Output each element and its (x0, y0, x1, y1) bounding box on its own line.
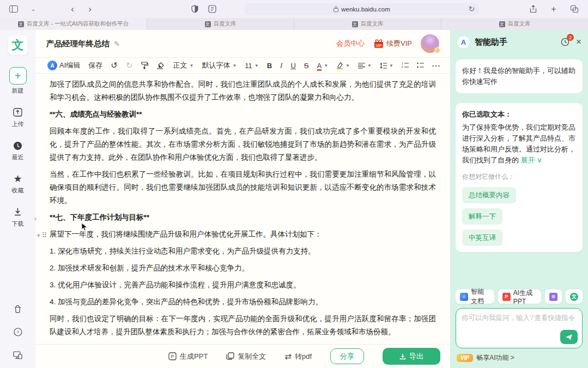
ai-edit-button[interactable]: AAI编辑 (47, 61, 80, 70)
history-button[interactable]: 2 (561, 38, 569, 46)
download-icon (13, 207, 23, 218)
font-family-select[interactable]: 默认字体▼ (202, 61, 237, 70)
doc-paragraph: 我们将继续努力，不断提升产品质量和用户体验，为用户带来更好的产品和服务。 (50, 342, 436, 344)
svg-text:?: ? (16, 330, 19, 335)
close-icon[interactable]: × (576, 37, 581, 47)
gift-icon: VIP (373, 39, 384, 49)
document-header: 产品经理年终总结 ✎ 会员中心 VIP 续费VIP (35, 30, 450, 57)
export-button[interactable]: 导出 (383, 348, 440, 365)
sidebar-toggle-icon[interactable] (8, 3, 20, 15)
chevron-down-icon[interactable]: ⌄ (27, 3, 39, 15)
browser-tab-3[interactable]: 文百度文库 (294, 18, 441, 30)
document-content[interactable]: 加强了团队成员之间的信息共享和协作配合。同时，我们也注重团队成员的个人成长和发展… (35, 74, 450, 344)
doc-heading: **七、下年度工作计划与目标** (50, 211, 436, 224)
convert-pdf-button[interactable]: ⇄ 转pdf (284, 352, 312, 361)
avatar[interactable] (421, 34, 439, 53)
assistant-input[interactable] (462, 313, 577, 335)
underline-button[interactable]: U (290, 62, 295, 70)
sidebar-item-recent[interactable]: 最近 (12, 140, 24, 161)
share-button[interactable]: 分享 (330, 348, 364, 364)
new-tab-icon[interactable]: + (548, 3, 560, 15)
paragraph-drag-handle[interactable]: +⠿ (37, 229, 47, 242)
devices-icon[interactable] (13, 349, 23, 360)
copy-all-button[interactable]: 复制全文 (226, 352, 266, 361)
translate-icon: 文 (570, 293, 578, 301)
paragraph-style-select[interactable]: 正文▼ (173, 61, 193, 70)
browser-tab-1[interactable]: 文百度文库 - 一站式AI内容获取和创作平台 (0, 18, 147, 30)
drag-dots-icon[interactable]: ⠿ (42, 229, 47, 242)
assistant-input-box[interactable] (456, 308, 583, 348)
selected-text: 为了保持竞争优势，我们定期对竞品进行深入分析，了解其产品特点、市场策略和用户反馈… (462, 122, 576, 166)
save-button[interactable]: 保存 (88, 61, 102, 70)
redo-icon[interactable]: ↻ (126, 61, 133, 70)
renew-vip-button[interactable]: VIP 续费VIP (373, 39, 412, 49)
sidebar-item-download[interactable]: 下载 (12, 207, 24, 228)
undo-icon[interactable]: ↺ (111, 61, 118, 70)
export-icon (399, 353, 406, 360)
ai-icon: A (47, 61, 57, 70)
shield-icon[interactable] (189, 3, 201, 15)
strikethrough-button[interactable]: S (304, 62, 309, 70)
font-color-button[interactable]: A▼ (317, 62, 329, 70)
trash-icon[interactable] (13, 304, 23, 315)
tool-mindmap[interactable]: ≋ (545, 289, 562, 304)
share-icon[interactable] (527, 3, 539, 15)
format-painter-icon[interactable] (141, 62, 148, 69)
chip-explain[interactable]: 解释一下 (462, 208, 502, 225)
assistant-tools-row: ≡智能文档 PAI生成PPT ≋ 文 (450, 289, 588, 304)
reload-icon[interactable]: ↻ (469, 5, 475, 13)
italic-button[interactable]: I (280, 61, 282, 70)
upload-icon (13, 107, 23, 118)
selected-text-label: 你已选取文本： (462, 109, 576, 120)
tool-translate[interactable]: 文 (566, 289, 583, 304)
back-icon[interactable]: ‹ (66, 3, 78, 15)
more-tools-button[interactable]: ··· (432, 62, 441, 70)
vip-upsell[interactable]: VIP 畅享AI功能 > (450, 348, 588, 368)
send-icon (565, 334, 573, 341)
plus-icon: + (9, 67, 27, 85)
member-center-link[interactable]: 会员中心 (336, 39, 365, 49)
assistant-greeting-message: 你好！我是你的智能助手，可以辅助你快速写作 (456, 59, 583, 93)
chip-translate[interactable]: 中英互译 (462, 230, 502, 246)
doc-paragraph: 4. 加强与竞品的差异化竞争，突出产品的特色和优势，提升市场份额和品牌影响力。 (50, 295, 436, 309)
browser-tab-4[interactable]: 文百度文库 (441, 18, 588, 30)
align-button[interactable]: ▼ (358, 63, 372, 69)
sidebar-item-label: 新建 (12, 87, 24, 95)
tool-ai-ppt[interactable]: PAI生成PPT (498, 289, 541, 304)
sidebar-item-label: 最近 (12, 153, 24, 161)
browser-tab-2[interactable]: 文百度文库 (147, 18, 294, 30)
bold-button[interactable]: B (267, 62, 272, 70)
sidebar-item-favorites[interactable]: ★ 收藏 (12, 173, 24, 195)
generate-ppt-button[interactable]: P 生成PPT (168, 352, 208, 361)
ppt-icon: P (502, 293, 511, 301)
edit-title-icon[interactable]: ✎ (114, 40, 120, 48)
vip-label: 畅享AI功能 > (476, 353, 514, 363)
font-size-select[interactable]: 11▼ (245, 62, 258, 70)
send-button[interactable] (560, 330, 578, 344)
line-spacing-button[interactable]: ▼ (380, 63, 393, 69)
clear-format-icon[interactable] (156, 62, 165, 69)
left-sidebar: 文 + 新建 上传 最近 ★ 收藏 下载 › (0, 30, 35, 368)
extension-icon[interactable] (206, 3, 218, 15)
sidebar-item-new[interactable]: + 新建 (9, 67, 27, 95)
mindmap-icon: ≋ (549, 293, 557, 301)
sidebar-item-upload[interactable]: 上传 (12, 107, 24, 128)
smart-doc-icon: ≡ (460, 293, 468, 301)
doc-paragraph: 3. 优化用户体验设计，完善产品功能和操作流程，提升用户满意度和忠诚度。 (50, 279, 436, 292)
address-bar[interactable]: wenku.baidu.com ↻ (245, 3, 479, 15)
doc-paragraph: 2. 加强技术研发和创新，提升产品的技术水平和核心竞争力。 (50, 262, 436, 275)
bullet-list-button[interactable] (417, 62, 424, 69)
chip-summarize[interactable]: 总结概要内容 (462, 187, 516, 203)
highlight-color-button[interactable]: ▼ (336, 62, 350, 69)
ordered-list-button[interactable]: 12 (402, 62, 409, 69)
tab-overview-icon[interactable] (568, 3, 580, 15)
assistant-title: 智能助手 (475, 37, 507, 47)
forward-icon[interactable]: › (84, 3, 96, 15)
tool-smart-doc[interactable]: ≡智能文档 (456, 289, 494, 304)
document-footer: P 生成PPT 复制全文 ⇄ 转pdf 分享 导出 (35, 344, 450, 368)
help-icon[interactable]: ? (13, 327, 23, 337)
insert-block-icon[interactable]: + (37, 229, 41, 242)
expand-link[interactable]: 展开 ∨ (519, 156, 542, 164)
wenku-logo[interactable]: 文 (8, 35, 28, 55)
assistant-logo-icon: A (457, 35, 470, 49)
